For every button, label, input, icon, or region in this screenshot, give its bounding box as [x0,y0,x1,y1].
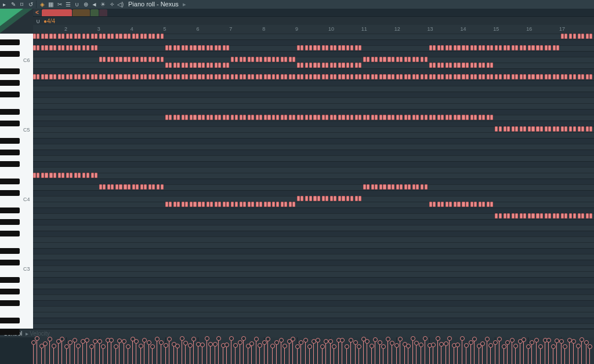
velocity-bar[interactable] [165,345,166,364]
midi-note[interactable] [528,45,531,50]
midi-note[interactable] [371,74,374,79]
midi-note[interactable] [421,115,423,120]
midi-note[interactable] [300,74,303,79]
midi-note[interactable] [157,74,160,79]
midi-note[interactable] [136,184,139,190]
midi-note[interactable] [536,126,539,132]
midi-note[interactable] [512,126,515,132]
midi-note[interactable] [334,115,336,120]
midi-note[interactable] [383,184,386,190]
midi-note[interactable] [148,74,151,79]
midi-note[interactable] [173,63,176,68]
midi-note[interactable] [504,74,506,79]
draw-tool-icon[interactable]: ✎ [9,0,17,9]
midi-note[interactable] [581,126,584,132]
velocity-bar[interactable] [531,343,532,364]
midi-note[interactable] [33,173,36,178]
midi-note[interactable] [346,115,349,120]
midi-note[interactable] [589,126,592,132]
midi-note[interactable] [342,63,345,68]
midi-note[interactable] [41,173,44,178]
midi-note[interactable] [421,184,423,190]
midi-note[interactable] [300,115,303,120]
velocity-bar[interactable] [33,343,34,364]
velocity-bar[interactable] [292,339,293,364]
velocity-bar[interactable] [462,338,462,364]
midi-note[interactable] [317,115,320,120]
midi-note[interactable] [284,202,287,207]
midi-note[interactable] [523,45,526,50]
midi-note[interactable] [421,74,423,79]
midi-note[interactable] [37,45,39,50]
midi-note[interactable] [490,74,493,79]
midi-note[interactable] [564,126,567,132]
midi-note[interactable] [157,184,160,190]
control-chevron-icon[interactable]: ▸ [26,330,28,337]
midi-note[interactable] [95,45,97,50]
midi-note[interactable] [482,45,485,50]
velocity-bar[interactable] [193,339,194,364]
midi-note[interactable] [466,202,469,207]
velocity-bar[interactable] [446,344,446,364]
midi-note[interactable] [392,115,394,120]
midi-note[interactable] [78,34,81,39]
midi-note[interactable] [358,196,361,201]
midi-note[interactable] [548,45,551,50]
midi-note[interactable] [215,74,218,79]
midi-note[interactable] [531,126,534,132]
velocity-bar[interactable] [119,341,119,364]
midi-note[interactable] [33,45,36,50]
midi-note[interactable] [107,57,110,62]
velocity-bar[interactable] [202,345,202,364]
midi-note[interactable] [193,115,196,120]
velocity-bar[interactable] [412,338,413,364]
midi-note[interactable] [520,213,523,219]
playback-icon[interactable]: ◄ [90,0,99,9]
midi-note[interactable] [425,57,428,62]
midi-note[interactable] [136,57,139,62]
velocity-lane[interactable] [33,337,594,364]
midi-note[interactable] [589,213,592,219]
midi-note[interactable] [240,202,242,207]
midi-note[interactable] [276,74,279,79]
velocity-bar[interactable] [375,340,375,364]
velocity-bar[interactable] [136,341,136,364]
midi-note[interactable] [317,74,320,79]
midi-note[interactable] [313,45,316,50]
midi-note[interactable] [177,63,180,68]
velocity-bar[interactable] [540,347,541,364]
velocity-bar[interactable] [215,344,215,364]
midi-note[interactable] [243,57,246,62]
midi-note[interactable] [148,34,151,39]
midi-note[interactable] [215,45,218,50]
velocity-bar[interactable] [589,347,590,364]
velocity-bar[interactable] [523,340,524,364]
midi-note[interactable] [531,45,534,50]
midi-note[interactable] [556,213,559,219]
midi-note[interactable] [515,45,518,50]
midi-note[interactable] [342,45,345,50]
velocity-bar[interactable] [37,338,37,364]
velocity-bar[interactable] [482,344,483,364]
midi-note[interactable] [210,202,213,207]
midi-note[interactable] [276,115,279,120]
velocity-bar[interactable] [251,344,252,364]
midi-note[interactable] [297,74,300,79]
midi-note[interactable] [490,115,493,120]
midi-note[interactable] [446,45,448,50]
midi-note[interactable] [95,173,97,178]
midi-note[interactable] [210,74,213,79]
midi-note[interactable] [561,126,564,132]
midi-note[interactable] [82,45,85,50]
midi-note[interactable] [512,213,515,219]
midi-note[interactable] [367,115,370,120]
midi-note[interactable] [33,34,36,39]
midi-note[interactable] [561,213,564,219]
midi-note[interactable] [37,74,39,79]
velocity-bar[interactable] [507,343,508,364]
midi-note[interactable] [548,74,551,79]
midi-note[interactable] [198,45,201,50]
velocity-bar[interactable] [515,346,516,364]
midi-note[interactable] [412,74,415,79]
midi-note[interactable] [49,173,52,178]
